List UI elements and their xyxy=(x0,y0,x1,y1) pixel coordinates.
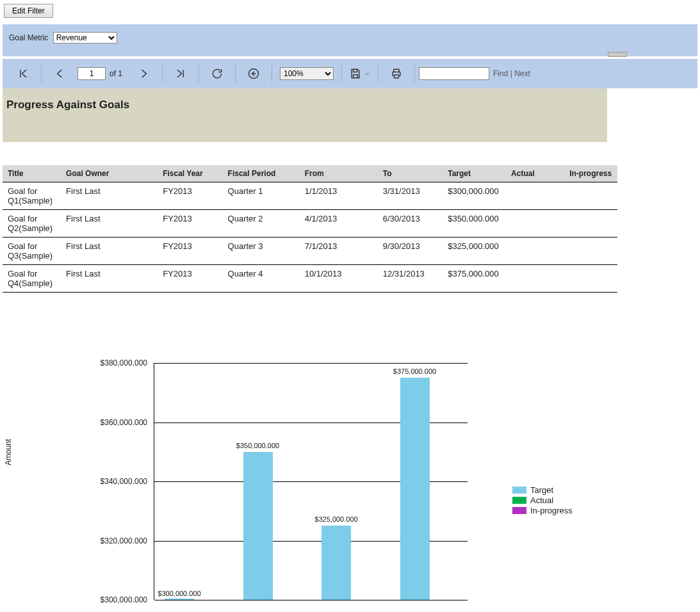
table-cell: 12/31/2013 xyxy=(378,265,443,293)
table-cell: First Last xyxy=(61,238,158,265)
column-header: Fiscal Period xyxy=(223,165,300,182)
table-cell xyxy=(564,238,617,265)
chart-ytick-label: $340,000.000 xyxy=(64,477,147,486)
column-header: Goal Owner xyxy=(61,165,158,182)
last-page-button[interactable] xyxy=(163,64,199,83)
save-button[interactable] xyxy=(342,64,378,83)
prev-page-button[interactable] xyxy=(42,64,77,83)
column-header: To xyxy=(378,165,443,182)
parameter-bar: Goal Metric Revenue xyxy=(3,24,697,56)
column-header: Target xyxy=(443,165,506,182)
chart-bar xyxy=(165,599,194,600)
column-header: In-progress xyxy=(564,165,617,182)
table-cell: FY2013 xyxy=(158,182,222,210)
table-cell: 7/1/2013 xyxy=(300,238,378,265)
report-title: Progress Against Goals xyxy=(6,99,129,111)
table-row: Goal for Q1(Sample)First LastFY2013Quart… xyxy=(3,182,617,210)
column-header: Title xyxy=(3,165,61,182)
zoom-select[interactable]: 100% xyxy=(280,67,334,80)
legend-swatch xyxy=(512,487,526,494)
goal-metric-label: Goal Metric xyxy=(9,33,48,42)
table-cell: $350,000.000 xyxy=(443,210,506,238)
legend-label: Target xyxy=(530,485,553,495)
table-cell xyxy=(506,182,564,210)
chart-ytick-label: $360,000.000 xyxy=(64,418,147,427)
legend-item: Actual xyxy=(512,495,573,505)
table-cell xyxy=(506,238,564,265)
print-button[interactable] xyxy=(378,64,414,83)
refresh-button[interactable] xyxy=(199,64,235,83)
table-cell: Goal for Q2(Sample) xyxy=(3,210,61,238)
goals-table: TitleGoal OwnerFiscal YearFiscal PeriodF… xyxy=(3,165,617,293)
table-cell: Quarter 1 xyxy=(223,182,300,210)
chart-ytick-label: $320,000.000 xyxy=(64,536,147,545)
chart-bar xyxy=(400,378,430,600)
table-cell: $300,000.000 xyxy=(443,182,506,210)
report-header: Progress Against Goals xyxy=(3,88,607,142)
table-cell xyxy=(564,182,617,210)
chart-gridline xyxy=(154,600,468,600)
table-cell: Goal for Q1(Sample) xyxy=(3,182,61,210)
first-page-button[interactable] xyxy=(5,64,41,83)
page-total-label: of 1 xyxy=(110,69,122,78)
legend-item: In-progress xyxy=(512,506,573,515)
chart-bar-label: $325,000.000 xyxy=(314,515,357,523)
table-cell: First Last xyxy=(61,210,158,238)
table-cell: 3/31/2013 xyxy=(378,182,443,210)
chart-bar-label: $300,000.000 xyxy=(158,590,200,597)
table-cell: Quarter 3 xyxy=(223,238,300,265)
column-header: Fiscal Year xyxy=(158,165,222,182)
chart-bar xyxy=(322,526,351,600)
page-number-input[interactable] xyxy=(77,67,106,80)
table-row: Goal for Q2(Sample)First LastFY2013Quart… xyxy=(3,210,617,238)
collapse-handle[interactable] xyxy=(608,52,627,57)
next-page-button[interactable] xyxy=(126,64,162,83)
column-header: From xyxy=(300,165,378,182)
chart-legend: TargetActualIn-progress xyxy=(512,485,573,516)
legend-swatch xyxy=(512,497,526,504)
chart-y-axis-label: Amount xyxy=(4,439,13,465)
chart-gridline xyxy=(154,363,468,364)
table-cell xyxy=(506,210,564,238)
table-cell: First Last xyxy=(61,182,158,210)
legend-label: In-progress xyxy=(530,506,573,515)
table-row: Goal for Q3(Sample)First LastFY2013Quart… xyxy=(3,238,617,265)
table-cell: 9/30/2013 xyxy=(378,238,443,265)
chart-area: Amount $300,000.000$320,000.000$340,000.… xyxy=(64,363,576,612)
find-input[interactable] xyxy=(419,67,489,80)
table-cell: Quarter 2 xyxy=(223,210,300,238)
table-cell: FY2013 xyxy=(158,265,222,293)
goal-metric-select[interactable]: Revenue xyxy=(53,32,117,44)
edit-filter-button[interactable]: Edit Filter xyxy=(4,4,53,18)
legend-item: Target xyxy=(512,485,573,495)
chart-bar-label: $350,000.000 xyxy=(236,442,279,449)
chart-ytick-label: $300,000.000 xyxy=(64,595,147,604)
table-cell xyxy=(564,210,617,238)
legend-label: Actual xyxy=(530,495,553,505)
table-cell xyxy=(564,265,617,293)
table-row: Goal for Q4(Sample)First LastFY2013Quart… xyxy=(3,265,617,293)
legend-swatch xyxy=(512,507,526,514)
table-cell: FY2013 xyxy=(158,210,222,238)
table-cell: Quarter 4 xyxy=(223,265,300,293)
table-cell xyxy=(506,265,564,293)
table-cell: First Last xyxy=(61,265,158,293)
table-cell: Goal for Q4(Sample) xyxy=(3,265,61,293)
table-cell: 4/1/2013 xyxy=(300,210,378,238)
chart-bar xyxy=(243,452,273,600)
chart-ytick-label: $380,000.000 xyxy=(64,358,147,367)
back-button[interactable] xyxy=(236,64,272,83)
table-cell: $325,000.000 xyxy=(443,238,506,265)
column-header: Actual xyxy=(506,165,564,182)
find-next-label[interactable]: Find | Next xyxy=(493,69,530,78)
chart-bar-label: $375,000.000 xyxy=(393,367,436,375)
table-cell: Goal for Q3(Sample) xyxy=(3,238,61,265)
table-cell: $375,000.000 xyxy=(443,265,506,293)
table-cell: 10/1/2013 xyxy=(300,265,378,293)
table-cell: 1/1/2013 xyxy=(300,182,378,210)
chart-plot: $300,000.000$320,000.000$340,000.000$360… xyxy=(154,363,468,600)
report-toolbar: of 1 100% Find | Next xyxy=(3,59,697,88)
table-cell: FY2013 xyxy=(158,238,222,265)
table-cell: 6/30/2013 xyxy=(378,210,443,238)
